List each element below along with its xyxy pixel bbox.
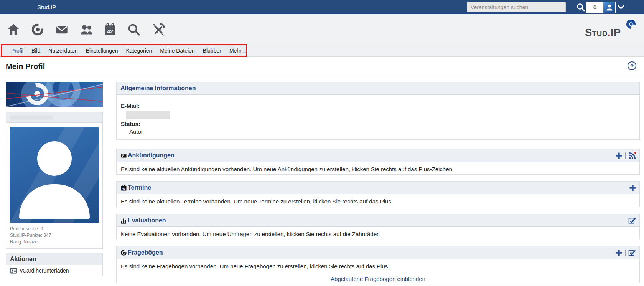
stat-studip-punkte: Stud.IP-Punkte: 347 — [10, 232, 99, 239]
sidebar: Profilbesuche: 0 Stud.IP-Punkte: 347 Ran… — [6, 82, 103, 276]
add-announcement-icon[interactable] — [615, 152, 623, 159]
search-icon[interactable] — [127, 23, 141, 36]
panel-termine: 42 Termine Es sind keine aktuellen Termi… — [116, 181, 640, 207]
actions-widget: Aktionen vCard herunterladen — [6, 253, 103, 276]
user-menu-chevron-down-icon[interactable] — [618, 5, 624, 10]
profile-widget: Profilbesuche: 0 Stud.IP-Punkte: 347 Ran… — [6, 112, 103, 249]
spiral-icon — [120, 250, 127, 256]
sidebar-banner-image — [6, 82, 103, 107]
empty-message: Es sind keine Fragebögen vorhanden. Um n… — [117, 259, 639, 269]
profile-stats: Profilbesuche: 0 Stud.IP-Punkte: 347 Ran… — [6, 223, 102, 248]
avatar-head-shape — [37, 141, 72, 176]
courses-spiral-icon[interactable] — [31, 23, 44, 36]
app-title: Stud.IP — [37, 0, 56, 14]
vcard-download-link[interactable]: vCard herunterladen — [6, 265, 102, 276]
search-submit-icon[interactable] — [576, 3, 585, 12]
svg-text:42: 42 — [107, 28, 113, 35]
panel-header: Fragebögen — [117, 246, 639, 259]
status-value: Autor — [129, 128, 635, 135]
tab-blubber[interactable]: Blubber — [203, 48, 221, 54]
vcard-icon — [10, 268, 17, 274]
action-separator — [625, 250, 626, 256]
home-icon[interactable] — [7, 23, 20, 36]
tab-kategorien[interactable]: Kategorien — [126, 48, 152, 54]
show-expired-questionnaires-link[interactable]: Abgelaufene Fragebögen einblenden — [331, 276, 425, 282]
tab-profil[interactable]: Profil — [11, 48, 23, 54]
tools-wrench-pencil-icon[interactable] — [152, 23, 165, 36]
page-title: Mein Profil — [6, 62, 45, 71]
course-search-input[interactable] — [467, 2, 566, 12]
bar-chart-icon — [120, 217, 127, 224]
edit-evaluations-icon[interactable] — [628, 217, 636, 225]
panel-title: Ankündigungen — [128, 152, 175, 159]
tab-mehr[interactable]: Mehr ... — [229, 48, 247, 54]
studip-logo[interactable]: Stud.IP — [585, 20, 635, 40]
panel-title: Termine — [128, 184, 151, 191]
community-icon[interactable] — [79, 23, 93, 36]
panel-title: Fragebögen — [128, 249, 163, 256]
panel-title: Evaluationen — [128, 217, 166, 224]
profile-widget-header — [6, 112, 102, 123]
vcard-label: vCard herunterladen — [20, 268, 69, 274]
rss-feed-activate-icon[interactable] — [628, 152, 636, 160]
calendar-icon: 42 — [120, 185, 127, 191]
panel-header: Ankündigungen — [117, 149, 639, 162]
notification-counter[interactable]: 0 — [586, 2, 603, 13]
tab-einstellungen[interactable]: Einstellungen — [86, 48, 118, 54]
schedule-calendar-icon[interactable]: 42 — [103, 23, 117, 36]
svg-text:42: 42 — [122, 187, 125, 190]
add-questionnaire-icon[interactable] — [615, 249, 623, 256]
profile-name-redacted — [10, 116, 53, 120]
news-icon — [120, 152, 127, 159]
top-bar: Stud.IP 0 — [0, 0, 644, 14]
tab-bild[interactable]: Bild — [31, 48, 40, 54]
panel-title: Allgemeine Informationen — [120, 85, 196, 92]
add-date-icon[interactable] — [629, 184, 636, 192]
tab-nutzerdaten[interactable]: Nutzerdaten — [48, 48, 77, 54]
mail-icon[interactable] — [55, 23, 69, 36]
stat-profilbesuche: Profilbesuche: 0 — [10, 226, 99, 232]
actions-widget-title: Aktionen — [6, 253, 102, 265]
email-label: E-Mail: — [121, 102, 635, 109]
help-icon[interactable]: ? — [628, 61, 636, 70]
panel-frageboegen: Fragebögen Es sind keine Frageböge — [116, 246, 640, 283]
logo-spiral-icon — [624, 18, 637, 31]
profile-avatar-image — [10, 127, 99, 223]
tab-meine-dateien[interactable]: Meine Dateien — [160, 48, 194, 54]
panel-header: Allgemeine Informationen — [117, 82, 639, 95]
empty-message: Es sind keine aktuellen Ankündigungen vo… — [117, 162, 639, 172]
stat-rang: Rang: Novize — [10, 239, 99, 245]
logo-red-dot: . — [608, 27, 611, 38]
empty-message: Keine Evaluationen vorhanden. Um neue Um… — [117, 227, 639, 237]
red-annotation-box: Profil Bild Nutzerdaten Einstellungen Ka… — [1, 44, 247, 57]
edit-questionnaires-icon[interactable] — [628, 249, 636, 257]
page-header: Mein Profil ? — [0, 57, 644, 76]
action-separator — [625, 152, 626, 159]
panel-header: 42 Termine — [117, 182, 639, 194]
empty-message: Es sind keine aktuellen Termine vorhande… — [117, 194, 639, 205]
email-value-redacted — [126, 111, 170, 119]
user-avatar[interactable] — [603, 2, 615, 13]
status-label: Status: — [121, 121, 635, 127]
panel-allgemeine-informationen: Allgemeine Informationen E-Mail: Status:… — [116, 82, 640, 140]
panel-ankuendigungen: Ankündigungen Es sind keine aktuel — [116, 149, 640, 175]
person-icon — [606, 3, 613, 11]
panel-header: Evaluationen — [117, 214, 639, 227]
panel-evaluationen: Evaluationen Keine Evaluationen vorhande… — [116, 214, 640, 239]
logo-text: Stud — [585, 27, 608, 38]
main-icon-toolbar: 42 Stud.IP — [0, 14, 644, 45]
main-content: Allgemeine Informationen E-Mail: Status:… — [116, 82, 640, 283]
user-header-group: 0 — [586, 2, 616, 13]
